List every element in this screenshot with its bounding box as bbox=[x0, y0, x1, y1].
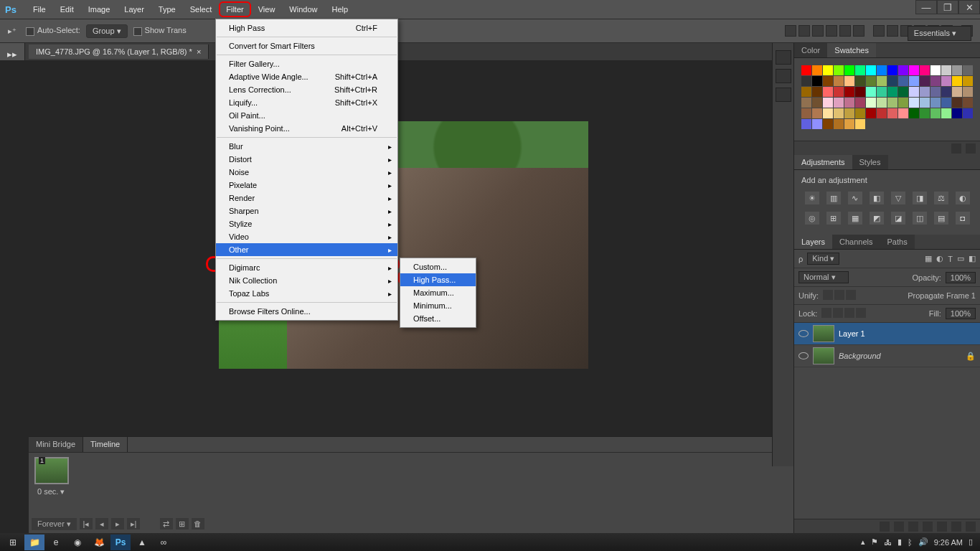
layer-row[interactable]: Layer 1 bbox=[794, 323, 980, 345]
group-icon[interactable] bbox=[937, 522, 947, 532]
fill-value[interactable]: 100% bbox=[946, 308, 976, 319]
filter-item-oil-paint-[interactable]: Oil Paint... bbox=[216, 109, 397, 122]
swatch[interactable] bbox=[898, 76, 908, 86]
swatch[interactable] bbox=[909, 65, 919, 75]
tab-layers[interactable]: Layers bbox=[794, 235, 832, 249]
layer-thumbnail[interactable] bbox=[813, 325, 834, 342]
actions-icon[interactable] bbox=[776, 69, 791, 83]
menu-file[interactable]: File bbox=[26, 1, 53, 17]
link-layers-icon[interactable] bbox=[880, 522, 890, 532]
swatch[interactable] bbox=[834, 98, 844, 108]
delete-swatch-icon[interactable] bbox=[966, 143, 976, 154]
swatch[interactable] bbox=[801, 65, 811, 75]
unify-style-icon[interactable] bbox=[846, 290, 856, 300]
swatch[interactable] bbox=[823, 108, 833, 118]
swatch[interactable] bbox=[844, 98, 854, 108]
mask-icon[interactable] bbox=[908, 522, 918, 532]
swatch[interactable] bbox=[941, 65, 951, 75]
start-button[interactable]: ⊞ bbox=[3, 534, 23, 550]
tab-paths[interactable]: Paths bbox=[880, 235, 915, 249]
vibrance-icon[interactable]: ▽ bbox=[891, 192, 905, 204]
invert-icon[interactable]: ◩ bbox=[870, 212, 884, 225]
blend-mode-select[interactable]: Normal ▾ bbox=[798, 271, 849, 283]
volume-icon[interactable]: 🔊 bbox=[918, 537, 928, 547]
swatch[interactable] bbox=[844, 119, 854, 129]
swatch[interactable] bbox=[823, 65, 833, 75]
filter-smart-icon[interactable]: ◧ bbox=[969, 254, 976, 263]
filter-item-pixelate[interactable]: Pixelate bbox=[216, 179, 397, 192]
swatch[interactable] bbox=[844, 87, 854, 97]
filter-kind-select[interactable]: Kind ▾ bbox=[807, 253, 839, 265]
filter-pixel-icon[interactable]: ▦ bbox=[925, 254, 932, 263]
tab-adjustments[interactable]: Adjustments bbox=[794, 155, 852, 169]
distribute-icon[interactable] bbox=[873, 25, 885, 37]
filter-item-lens-correction-[interactable]: Lens Correction...Shift+Ctrl+R bbox=[216, 83, 397, 96]
bw-icon[interactable]: ◐ bbox=[956, 192, 970, 204]
swatch[interactable] bbox=[963, 76, 973, 86]
swatch[interactable] bbox=[909, 108, 919, 118]
swatch[interactable] bbox=[834, 87, 844, 97]
swatch[interactable] bbox=[909, 87, 919, 97]
maximize-button[interactable]: ❐ bbox=[937, 0, 958, 14]
autoselect-dropdown[interactable]: Group ▾ bbox=[86, 24, 128, 38]
swatch[interactable] bbox=[898, 87, 908, 97]
minimize-button[interactable]: — bbox=[915, 0, 937, 14]
filter-item-digimarc[interactable]: Digimarc bbox=[216, 261, 397, 274]
ie-icon[interactable]: e bbox=[46, 534, 66, 550]
tab-channels[interactable]: Channels bbox=[832, 235, 880, 249]
filter-item-high-pass[interactable]: High PassCtrl+F bbox=[216, 22, 397, 34]
swatch[interactable] bbox=[952, 65, 962, 75]
menu-type[interactable]: Type bbox=[151, 1, 183, 17]
swatch[interactable] bbox=[801, 76, 811, 86]
swatch[interactable] bbox=[834, 65, 844, 75]
swatch[interactable] bbox=[887, 98, 897, 108]
tween-button[interactable]: ⇄ bbox=[160, 518, 173, 529]
other-item-custom-[interactable]: Custom... bbox=[400, 260, 476, 273]
visibility-icon[interactable] bbox=[798, 352, 809, 359]
swatch[interactable] bbox=[952, 98, 962, 108]
swatch[interactable] bbox=[812, 87, 822, 97]
swatch[interactable] bbox=[887, 108, 897, 118]
swatch[interactable] bbox=[898, 98, 908, 108]
swatch[interactable] bbox=[834, 76, 844, 86]
filter-adj-icon[interactable]: ◐ bbox=[936, 254, 943, 263]
delete-frame-button[interactable]: 🗑 bbox=[192, 518, 204, 529]
curves-icon[interactable]: ∿ bbox=[848, 192, 862, 204]
swatch[interactable] bbox=[855, 108, 865, 118]
swatch[interactable] bbox=[963, 65, 973, 75]
tab-styles[interactable]: Styles bbox=[852, 155, 888, 169]
distribute-icon[interactable] bbox=[887, 25, 898, 37]
swatch[interactable] bbox=[963, 98, 973, 108]
explorer-icon[interactable]: 📁 bbox=[24, 534, 44, 550]
lock-pos-icon[interactable] bbox=[844, 308, 854, 318]
history-icon[interactable] bbox=[776, 50, 791, 65]
new-frame-button[interactable]: ⊞ bbox=[176, 518, 189, 529]
swatch[interactable] bbox=[941, 87, 951, 97]
tray-up-icon[interactable]: ▴ bbox=[861, 537, 865, 547]
swatch[interactable] bbox=[844, 65, 854, 75]
filter-item-browse-filters-online-[interactable]: Browse Filters Online... bbox=[216, 305, 397, 318]
visibility-icon[interactable] bbox=[798, 330, 809, 337]
menu-view[interactable]: View bbox=[251, 1, 283, 17]
fill-adj-icon[interactable] bbox=[923, 522, 933, 532]
menu-edit[interactable]: Edit bbox=[53, 1, 81, 17]
first-frame-button[interactable]: |◂ bbox=[80, 518, 93, 529]
swatch[interactable] bbox=[930, 108, 941, 118]
firefox-icon[interactable]: 🦊 bbox=[89, 534, 109, 550]
swatch[interactable] bbox=[963, 87, 973, 97]
tab-timeline[interactable]: Timeline bbox=[83, 437, 128, 452]
swatch[interactable] bbox=[898, 65, 908, 75]
swatch[interactable] bbox=[909, 98, 919, 108]
swatch[interactable] bbox=[823, 98, 833, 108]
swatch[interactable] bbox=[920, 76, 930, 86]
filter-item-convert-for-smart-filters[interactable]: Convert for Smart Filters bbox=[216, 39, 397, 52]
swatch[interactable] bbox=[941, 76, 951, 86]
clock[interactable]: 9:26 AM bbox=[934, 538, 963, 547]
filter-item-topaz-labs[interactable]: Topaz Labs bbox=[216, 287, 397, 300]
show-desktop[interactable]: ▯ bbox=[969, 537, 973, 547]
gradient-map-icon[interactable]: ▤ bbox=[934, 212, 948, 225]
layer-thumbnail[interactable] bbox=[813, 347, 834, 364]
other-item-minimum-[interactable]: Minimum... bbox=[400, 299, 476, 312]
showtransform-checkbox[interactable] bbox=[133, 27, 142, 36]
swatch[interactable] bbox=[920, 65, 930, 75]
